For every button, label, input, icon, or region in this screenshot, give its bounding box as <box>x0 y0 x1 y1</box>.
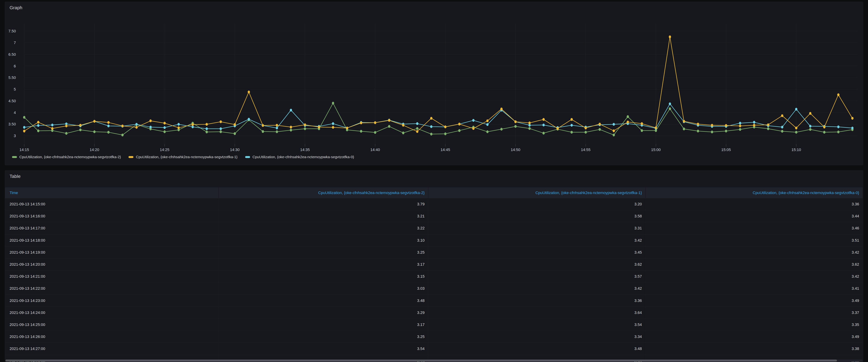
cell-time: 2021-09-13 14:25:00 <box>5 319 218 331</box>
data-point <box>262 124 264 127</box>
column-header-series-0[interactable]: CpuUtilization, {oke-cfnhsahk2ea-nctemoy… <box>645 188 863 198</box>
table-panel-title[interactable]: Table <box>9 174 21 179</box>
table-row: 2021-09-13 14:18:003.103.423.51 <box>5 234 863 246</box>
cell-value: 3.17 <box>218 319 428 331</box>
data-point <box>430 133 432 135</box>
legend-item[interactable]: CpuUtilization, {oke-cfnhsahk2ea-nctemoy… <box>245 155 354 159</box>
data-point <box>220 127 222 130</box>
data-point <box>220 130 222 133</box>
data-point <box>444 125 446 128</box>
column-header-series-2[interactable]: CpuUtilization, {oke-cfnhsahk2ea-nctemoy… <box>218 188 428 198</box>
cell-time: 2021-09-13 14:16:00 <box>5 210 218 222</box>
data-point <box>515 120 517 123</box>
data-point <box>37 129 39 132</box>
cell-value: 3.46 <box>645 222 863 234</box>
legend-label: CpuUtilization, {oke-cfnhsahk2ea-nctemoy… <box>252 155 354 159</box>
horizontal-scrollbar[interactable] <box>5 360 863 361</box>
data-point <box>248 118 250 121</box>
cell-value: 3.64 <box>428 307 645 319</box>
data-point <box>795 108 797 111</box>
cell-value: 3.62 <box>645 259 863 270</box>
cell-value: 3.45 <box>428 246 645 258</box>
x-axis-tick-label: 15:00 <box>651 147 661 152</box>
legend-swatch-icon <box>245 156 250 158</box>
data-point <box>178 127 180 129</box>
data-point <box>739 128 741 131</box>
data-point <box>93 130 96 133</box>
data-point <box>528 122 531 124</box>
cell-value: 3.31 <box>428 222 645 234</box>
column-header-time[interactable]: Time <box>5 188 218 198</box>
cell-time: 2021-09-13 14:27:00 <box>5 343 218 355</box>
data-point <box>837 131 840 133</box>
y-axis-tick-label: 7 <box>14 41 16 45</box>
table-header: Time CpuUtilization, {oke-cfnhsahk2ea-nc… <box>5 188 863 198</box>
cell-value: 3.51 <box>645 234 863 246</box>
data-point <box>416 130 418 133</box>
x-axis-tick-label: 14:15 <box>19 147 29 152</box>
x-axis-tick-label: 14:50 <box>511 147 520 152</box>
legend-swatch-icon <box>128 156 133 158</box>
legend-item[interactable]: CpuUtilization, {oke-cfnhsahk2ea-nctemoy… <box>128 155 237 159</box>
cell-time: 2021-09-13 14:19:00 <box>5 246 218 258</box>
legend-swatch-icon <box>12 156 17 158</box>
data-point <box>51 124 54 127</box>
data-point <box>178 123 180 126</box>
data-point <box>107 121 110 124</box>
cell-value: 3.49 <box>645 295 863 306</box>
data-point <box>402 132 404 134</box>
cell-value: 3.38 <box>645 343 863 355</box>
y-axis-tick-label: 3.50 <box>8 122 16 126</box>
data-point <box>416 127 418 130</box>
data-point <box>458 123 461 125</box>
data-point <box>430 125 432 128</box>
data-point <box>65 132 67 135</box>
data-point <box>767 123 769 126</box>
cell-time: 2021-09-13 14:18:00 <box>5 234 218 246</box>
scrollbar-thumb[interactable] <box>5 360 837 361</box>
data-point <box>79 129 82 131</box>
data-point <box>135 126 138 129</box>
data-point <box>542 132 545 134</box>
data-point <box>332 126 334 129</box>
x-axis-tick-label: 15:10 <box>792 147 801 152</box>
x-axis-tick-label: 14:55 <box>581 147 590 152</box>
data-point <box>486 130 489 133</box>
data-point <box>837 93 840 96</box>
data-point <box>613 123 615 126</box>
data-point <box>823 126 826 129</box>
cell-value: 3.48 <box>428 343 645 355</box>
data-point <box>781 114 783 117</box>
data-point <box>598 128 601 131</box>
data-point <box>51 127 54 130</box>
data-point <box>500 128 503 131</box>
data-point <box>360 130 362 133</box>
data-point <box>697 130 699 132</box>
table-row: 2021-09-13 14:23:003.483.363.49 <box>5 295 863 307</box>
cell-value: 3.21 <box>218 210 428 222</box>
data-point <box>107 125 110 127</box>
data-point <box>627 115 629 118</box>
data-point <box>542 118 545 121</box>
data-point <box>23 126 26 129</box>
data-point <box>37 121 39 124</box>
data-point <box>374 121 376 124</box>
data-point <box>318 126 320 129</box>
cell-value: 3.22 <box>218 222 428 234</box>
column-header-series-1[interactable]: CpuUtilization, {oke-cfnhsahk2ea-nctemoy… <box>428 188 645 198</box>
cell-value: 3.25 <box>218 246 428 258</box>
data-point <box>388 119 391 122</box>
y-axis-tick-label: 5.50 <box>8 75 16 80</box>
time-series-plot[interactable]: 33.5044.5055.5066.5077.5014:1514:2014:25… <box>5 2 863 165</box>
table-row: 2021-09-13 14:17:003.223.313.46 <box>5 222 863 234</box>
legend-item[interactable]: CpuUtilization, {oke-cfnhsahk2ea-nctemoy… <box>12 155 121 159</box>
grafana-dashboard: Graph 33.5044.5055.5066.5077.5014:1514:2… <box>0 0 868 362</box>
data-point <box>458 129 461 132</box>
table-row: 2021-09-13 14:19:003.253.453.42 <box>5 246 863 259</box>
data-point <box>149 120 152 122</box>
data-point <box>276 124 278 127</box>
data-point <box>542 124 545 127</box>
x-axis-tick-label: 14:45 <box>440 147 450 152</box>
data-point <box>557 127 559 130</box>
graph-panel-title[interactable]: Graph <box>9 5 22 10</box>
